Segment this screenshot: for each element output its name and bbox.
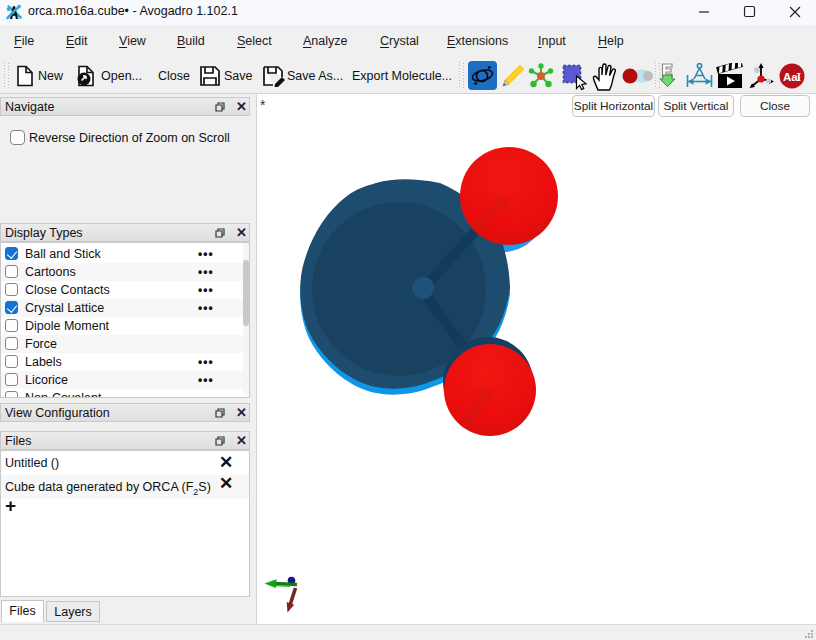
svg-text:I: I: [797, 70, 802, 84]
